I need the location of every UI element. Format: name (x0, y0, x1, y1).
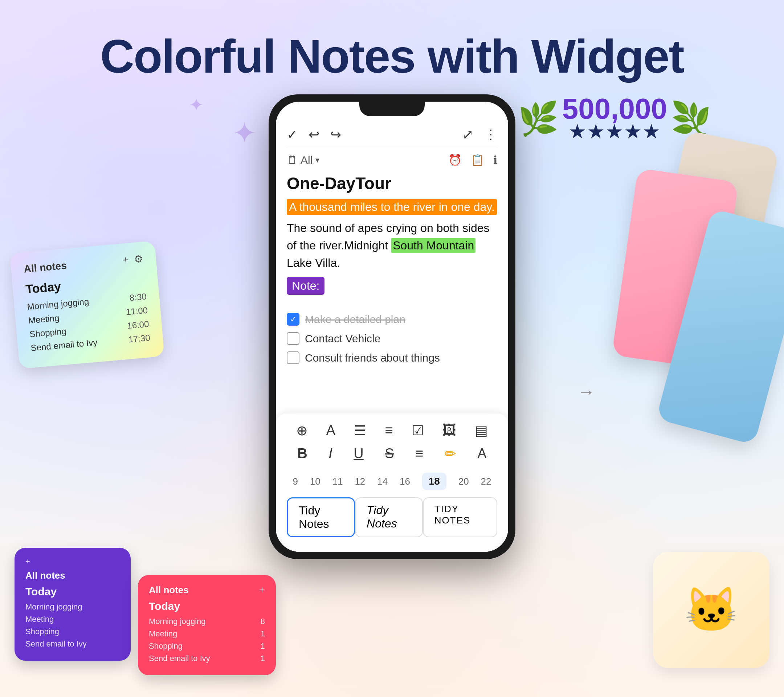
forward-icon[interactable]: ↪ (330, 127, 341, 142)
page-title: Colorful Notes with Widget (0, 29, 784, 84)
size-11[interactable]: 11 (333, 476, 343, 487)
checkbox-3-text: Consult friends about things (305, 352, 440, 364)
wpi-day: Today (149, 600, 265, 612)
decoration-star-1: ✦ (189, 94, 204, 115)
size-9[interactable]: 9 (293, 476, 298, 487)
size-16[interactable]: 16 (400, 476, 410, 487)
award-badge: 🌿 500,000 ★★★★★ 🌿 (518, 94, 712, 143)
info-icon[interactable]: ℹ (493, 153, 497, 166)
bottom-toolbar: ⊕ A ☰ ≡ ☑ 🖼 ▤ B I U S ≡ ✏ (276, 414, 508, 552)
decoration-star-2: ✦ (232, 116, 257, 150)
ordered-list-icon[interactable]: ≡ (385, 423, 393, 438)
list-icon[interactable]: ☰ (354, 423, 366, 438)
size-22[interactable]: 22 (481, 476, 491, 487)
wreath-right-icon: 🌿 (671, 100, 712, 138)
widget-pink: All notes + Today Morning jogging 8 Meet… (138, 575, 276, 675)
wpi-item-4-time: 1 (260, 654, 265, 663)
wreath-left-icon: 🌿 (518, 100, 558, 138)
widget-top-left-title: All notes (23, 260, 67, 275)
note-body: The sound of apes crying on both sides o… (287, 219, 497, 272)
checkbox-unchecked-2[interactable] (287, 332, 300, 345)
font-style-normal[interactable]: Tidy Notes (287, 498, 355, 537)
font-style-row: Tidy Notes Tidy Notes TIDY NOTES (287, 498, 497, 537)
wpi-item-1-text: Morning jogging (149, 617, 206, 626)
wp-add-icon[interactable]: + (25, 557, 30, 566)
size-18-selected[interactable]: 18 (422, 473, 446, 490)
widget-top-left: All notes + ⚙ Today Morning jogging 8:30… (10, 241, 165, 369)
text-color-icon[interactable]: A (477, 446, 486, 462)
wpi-item-2-time: 1 (260, 629, 265, 639)
size-10[interactable]: 10 (310, 476, 321, 487)
highlight-icon[interactable]: ✏ (445, 446, 456, 462)
category-label[interactable]: 🗒 All ▾ (287, 154, 320, 166)
strikethrough-bg-icon[interactable]: ▤ (475, 423, 488, 438)
phone-toolbar: ✓ ↩ ↪ ⤢ ⋮ (287, 124, 497, 148)
alarm-icon[interactable]: ⏰ (448, 153, 462, 166)
widget-item-2-text: Meeting (28, 313, 60, 326)
wpi-item-2: Meeting 1 (149, 629, 265, 639)
wp-day: Today (25, 585, 120, 598)
wpi-item-4: Send email to Ivy 1 (149, 654, 265, 663)
widget-purple: + All notes Today Morning jogging Meetin… (15, 548, 131, 661)
body-text-2: Lake Villa. (287, 256, 340, 269)
category-icon: 🗒 (287, 154, 298, 166)
font-size-row: 9 10 11 12 14 16 18 20 22 (287, 469, 497, 494)
widget-settings-icon[interactable]: ⚙ (133, 253, 144, 265)
widget-item-2-time: 11:00 (125, 305, 148, 317)
text-format-icon[interactable]: A (326, 423, 335, 438)
wpi-title: All notes (149, 585, 189, 596)
checkbox-1-text: Make a detailed plan (305, 313, 405, 326)
cat-illustration: 🐱 (653, 552, 769, 668)
note-highlighted-para: A thousand miles to the river in one day… (287, 200, 497, 214)
checkbox-2-text: Contact Vehicle (305, 333, 380, 345)
highlighted-sentence: A thousand miles to the river in one day… (287, 199, 497, 215)
size-20[interactable]: 20 (458, 476, 469, 487)
phone-mockup: ✓ ↩ ↪ ⤢ ⋮ 🗒 All ▾ (268, 94, 516, 559)
widget-add-icon[interactable]: + (122, 254, 129, 267)
add-element-icon[interactable]: ⊕ (296, 423, 308, 438)
font-style-italic[interactable]: Tidy Notes (355, 498, 423, 537)
wpi-item-4-text: Send email to Ivy (149, 654, 210, 663)
clipboard-icon[interactable]: 📋 (471, 153, 484, 166)
widget-item-3-text: Shopping (29, 326, 66, 339)
wpi-item-2-text: Meeting (149, 629, 177, 639)
category-dropdown-icon: ▾ (315, 155, 320, 165)
widget-item-3-time: 16:00 (127, 319, 149, 331)
size-12[interactable]: 12 (355, 476, 365, 487)
italic-icon[interactable]: I (328, 446, 333, 462)
wp-item-2: Meeting (25, 615, 120, 624)
wpi-item-1-time: 8 (260, 617, 265, 626)
strikethrough-icon[interactable]: S (385, 446, 394, 462)
phone-notch (359, 102, 425, 116)
widget-item-4-text: Send email to Ivy (30, 337, 98, 353)
font-style-caps[interactable]: TIDY NOTES (423, 498, 497, 537)
award-number: 500,000 (562, 94, 667, 124)
back-icon[interactable]: ↩ (308, 127, 320, 142)
wpi-add-icon[interactable]: + (259, 584, 265, 596)
more-icon[interactable]: ⋮ (484, 127, 497, 142)
wp-item-3: Shopping (25, 627, 120, 636)
align-icon[interactable]: ≡ (415, 446, 423, 462)
widget-item-1-time: 8:30 (129, 292, 147, 303)
bold-icon[interactable]: B (297, 446, 307, 462)
checkbox-icon[interactable]: ☑ (412, 423, 424, 438)
check-icon[interactable]: ✓ (287, 127, 298, 142)
checkbox-unchecked-3[interactable] (287, 351, 300, 364)
widget-item-1-text: Morning jogging (27, 297, 90, 312)
arrow-indicator: → (577, 381, 595, 402)
note-category-bar: 🗒 All ▾ ⏰ 📋 ℹ (287, 153, 497, 166)
image-icon[interactable]: 🖼 (443, 423, 456, 438)
checkbox-1: ✓ Make a detailed plan (287, 313, 497, 326)
checkbox-checked-icon[interactable]: ✓ (287, 313, 300, 326)
wpi-item-1: Morning jogging 8 (149, 617, 265, 626)
share-icon[interactable]: ⤢ (463, 127, 473, 142)
green-highlighted-word: South Mountain (391, 238, 476, 253)
wp-item-1: Morning jogging (25, 602, 120, 612)
checkbox-3: Consult friends about things (287, 351, 497, 364)
wp-item-4: Send email to Ivy (25, 639, 120, 649)
wpi-item-3-text: Shopping (149, 641, 183, 651)
size-14[interactable]: 14 (377, 476, 388, 487)
toolbar-row-2: B I U S ≡ ✏ A (287, 446, 497, 462)
award-stars: ★★★★★ (568, 120, 661, 143)
underline-icon[interactable]: U (354, 446, 363, 462)
